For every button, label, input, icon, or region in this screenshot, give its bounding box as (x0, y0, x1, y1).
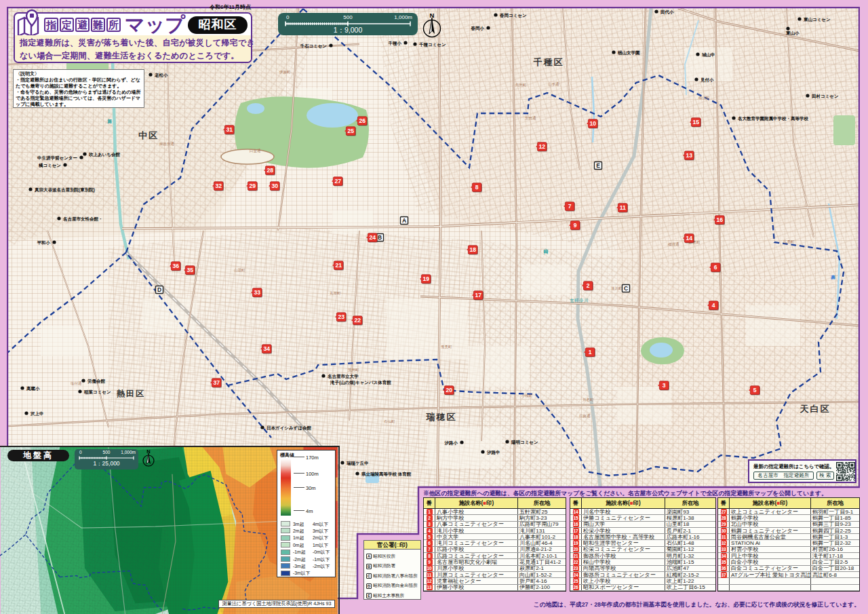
svg-text:13: 13 (686, 152, 692, 159)
svg-text:名大教育学園附属中学校・高等学校: 名大教育学園附属中学校・高等学校 (737, 116, 809, 121)
svg-text:滝子(山の畑)キャンパス体育館: 滝子(山の畑)キャンパス体育館 (330, 380, 391, 385)
svg-text:吹上あいち会館: 吹上あいち会館 (89, 152, 120, 157)
svg-text:伊勝町: 伊勝町 (279, 70, 291, 74)
svg-text:桜山町: 桜山町 (698, 96, 710, 100)
svg-text:塩付通: 塩付通 (70, 381, 82, 386)
svg-text:玄軒奈川: 玄軒奈川 (570, 298, 589, 303)
svg-text:29: 29 (249, 183, 256, 189)
svg-text:春岡小: 春岡小 (471, 26, 485, 31)
svg-text:老松小: 老松小 (154, 73, 168, 78)
svg-text:稲葉コミセン: 稲葉コミセン (83, 389, 111, 395)
svg-text:27: 27 (334, 178, 341, 185)
svg-text:19: 19 (422, 275, 429, 282)
svg-text:橘コミセン: 橘コミセン (38, 163, 61, 168)
svg-text:平和小: 平和小 (37, 240, 51, 246)
svg-text:A: A (402, 217, 406, 224)
svg-text:名古屋市立大学: 名古屋市立大学 (327, 374, 359, 379)
svg-text:広見町: 広見町 (783, 239, 795, 244)
svg-text:6: 6 (714, 264, 717, 271)
svg-text:B: B (378, 234, 382, 241)
svg-text:14: 14 (686, 235, 692, 242)
svg-text:千種コミセン: 千種コミセン (419, 42, 446, 47)
svg-text:名古屋市女性会館・: 名古屋市女性会館・ (62, 216, 103, 222)
svg-text:35: 35 (186, 267, 193, 273)
svg-text:東山小: 東山小 (785, 31, 800, 36)
svg-text:天白区: 天白区 (800, 404, 831, 414)
svg-text:汐路小: 汐路小 (444, 440, 458, 446)
svg-text:12: 12 (538, 143, 545, 150)
svg-text:瑞穂ケ丘中: 瑞穂ケ丘中 (346, 461, 369, 466)
svg-text:広路通: 広路通 (578, 413, 591, 418)
svg-text:26: 26 (359, 117, 366, 124)
svg-text:汐路中: 汐路中 (486, 450, 500, 455)
svg-text:東山コミセン: 東山コミセン (803, 17, 831, 22)
svg-text:25: 25 (347, 128, 354, 134)
svg-text:31: 31 (226, 126, 233, 133)
svg-text:中生涯学習センター: 中生涯学習センター (37, 155, 77, 161)
svg-text:4: 4 (712, 302, 715, 309)
svg-text:22: 22 (354, 317, 361, 324)
svg-text:山手通: 山手通 (548, 81, 559, 86)
svg-text:28: 28 (267, 167, 273, 174)
svg-text:E: E (596, 162, 600, 169)
svg-text:36: 36 (172, 263, 179, 269)
svg-text:千種小: 千種小 (389, 41, 402, 46)
svg-text:C: C (624, 285, 628, 292)
svg-text:20: 20 (446, 387, 452, 394)
svg-text:37: 37 (213, 379, 220, 386)
svg-text:7: 7 (568, 203, 572, 210)
svg-text:17: 17 (475, 292, 481, 299)
svg-text:椙山女学園: 椙山女学園 (617, 50, 640, 56)
svg-text:中区: 中区 (138, 130, 159, 140)
svg-text:春岡コミセン: 春岡コミセン (499, 13, 527, 18)
svg-text:9: 9 (574, 222, 577, 229)
svg-text:23: 23 (338, 313, 344, 320)
svg-text:熱田区: 熱田区 (116, 389, 145, 398)
svg-text:御器所通: 御器所通 (159, 141, 175, 146)
svg-text:D: D (157, 286, 161, 293)
svg-text:滝川町: 滝川町 (611, 286, 623, 291)
svg-text:10: 10 (589, 120, 596, 127)
svg-text:真宗大谷派名古屋別院(東別院): 真宗大谷派名古屋別院(東別院) (34, 187, 95, 193)
svg-text:30: 30 (271, 183, 278, 189)
svg-text:5: 5 (753, 387, 757, 394)
svg-text:田村コミセン: 田村コミセン (812, 94, 839, 99)
svg-text:沢上中: 沢上中 (30, 411, 44, 416)
svg-text:15: 15 (692, 119, 699, 126)
svg-text:田代小: 田代小 (660, 9, 674, 15)
svg-text:日本ガイシみずほ会館: 日本ガイシみずほ会館 (267, 425, 311, 431)
svg-text:県立瑞陵高等学校 体育館: 県立瑞陵高等学校 体育館 (361, 472, 412, 477)
svg-text:向田町: 向田町 (515, 83, 527, 87)
svg-text:2: 2 (587, 282, 590, 289)
svg-text:32: 32 (215, 183, 222, 189)
svg-text:8: 8 (475, 184, 479, 191)
svg-text:24: 24 (369, 234, 376, 241)
svg-text:川名町: 川名町 (583, 398, 594, 402)
svg-text:安田通: 安田通 (525, 115, 536, 120)
svg-text:瑞穂区: 瑞穂区 (426, 412, 457, 422)
svg-text:小桜町: 小桜町 (521, 394, 533, 398)
svg-text:11: 11 (620, 204, 626, 211)
svg-text:雪見町: 雪見町 (441, 345, 452, 349)
svg-text:陽明コミセン: 陽明コミセン (511, 440, 538, 445)
svg-text:高蔵小: 高蔵小 (26, 386, 40, 391)
svg-text:白金通: 白金通 (250, 148, 261, 153)
svg-text:丸屋町: 丸屋町 (330, 291, 341, 295)
svg-text:18: 18 (469, 246, 476, 253)
svg-text:千種区: 千種区 (534, 57, 564, 67)
svg-text:33: 33 (254, 289, 260, 296)
svg-text:山花町: 山花町 (234, 268, 245, 273)
svg-text:見付小: 見付小 (700, 77, 714, 83)
svg-text:1: 1 (589, 349, 592, 356)
svg-text:21: 21 (335, 262, 342, 269)
svg-text:城山中: 城山中 (701, 52, 715, 58)
svg-text:16: 16 (716, 216, 723, 223)
svg-text:千石コミセン: 千石コミセン (300, 43, 327, 49)
svg-text:檀渓通: 檀渓通 (668, 242, 679, 247)
svg-text:34: 34 (263, 345, 270, 352)
svg-text:荒田町: 荒田町 (348, 368, 359, 372)
svg-text:労働会館: 労働会館 (87, 379, 106, 384)
svg-text:3: 3 (663, 382, 666, 389)
svg-text:石仏町: 石仏町 (384, 419, 395, 424)
